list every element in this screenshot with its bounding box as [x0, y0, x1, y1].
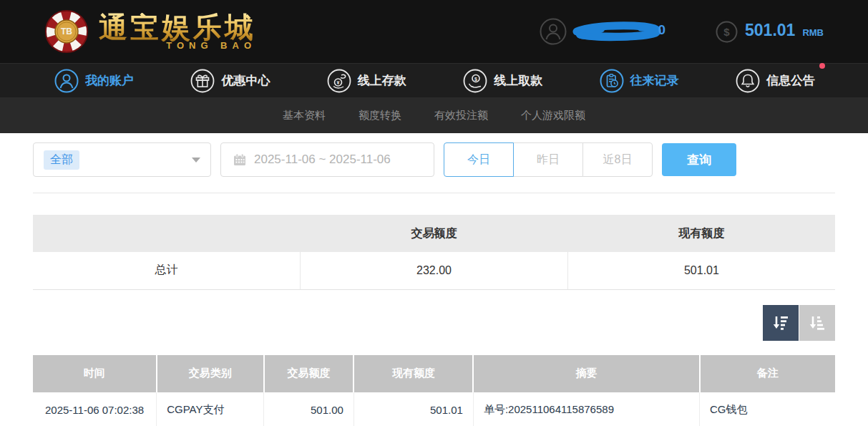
cell-type: CGPAY支付 [157, 392, 264, 426]
balance-display[interactable]: $ 501.01 RMB [716, 21, 824, 43]
balance-currency: RMB [802, 27, 824, 38]
filter-row: 全部 2025-11-06 ~ 2025-11-06 今日 昨日 近 [33, 142, 835, 177]
summary-table: 交易额度 现有额度 总计 232.00 501.01 [33, 215, 835, 290]
gift-icon [190, 69, 215, 93]
transaction-row: 2025-11-06 07:02:38 CGPAY支付 501.00 501.0… [33, 392, 835, 426]
summary-header-transaction-amount: 交易额度 [301, 215, 568, 252]
cell-time: 2025-11-06 07:02:38 [33, 392, 157, 426]
selected-type-value: 全部 [44, 150, 79, 170]
subnav-item-game-limits[interactable]: 个人游戏限额 [521, 109, 585, 122]
main-nav: 我的账户 优惠中心 ¥ 线上存款 [0, 63, 868, 97]
sort-ascending-button[interactable] [799, 305, 835, 341]
content-area: 全部 2025-11-06 ~ 2025-11-06 今日 昨日 近 [0, 133, 868, 426]
top-header: TB 通宝娱乐城 TONG BAO 0 $ [0, 0, 868, 63]
notification-dot [819, 63, 825, 69]
nav-item-withdraw[interactable]: $ 线上取款 [463, 69, 542, 93]
transactions-table: 时间 交易类别 交易额度 现有额度 摘要 备注 2025-11-06 07:02… [33, 355, 835, 426]
summary-current-balance: 501.01 [567, 252, 835, 289]
subnav-item-basic-info[interactable]: 基本资料 [283, 109, 326, 122]
account-username[interactable]: 0 [540, 18, 664, 45]
section-divider [33, 193, 835, 193]
date-range-input[interactable]: 2025-11-06 ~ 2025-11-06 [220, 142, 434, 177]
col-header-time: 时间 [33, 355, 157, 392]
summary-header-empty [33, 215, 301, 252]
summary-total-label: 总计 [33, 252, 301, 289]
user-circle-icon [54, 69, 79, 93]
user-icon [540, 18, 567, 45]
date-range-value: 2025-11-06 ~ 2025-11-06 [254, 153, 391, 167]
query-button[interactable]: 查询 [662, 143, 736, 176]
calendar-icon [233, 153, 247, 167]
site-title: 通宝娱乐城 [99, 13, 256, 42]
col-header-balance: 现有额度 [353, 355, 473, 392]
sort-descending-icon [771, 314, 790, 332]
svg-text:$: $ [723, 26, 730, 38]
yesterday-button[interactable]: 昨日 [513, 142, 583, 177]
cell-balance: 501.01 [353, 392, 473, 426]
username-redaction-scribble: 0 [572, 21, 664, 42]
summary-total-row: 总计 232.00 501.01 [33, 252, 835, 289]
nav-item-announcements[interactable]: 信息公告 [736, 69, 815, 93]
clipboard-clock-icon [600, 69, 624, 93]
col-header-summary: 摘要 [473, 355, 699, 392]
subnav-item-credit-transfer[interactable]: 额度转换 [359, 109, 401, 122]
summary-transaction-amount: 232.00 [301, 252, 568, 289]
nav-item-my-account[interactable]: 我的账户 [54, 69, 134, 93]
subnav-item-valid-bets[interactable]: 有效投注额 [434, 109, 488, 122]
dollar-icon: $ [716, 21, 738, 43]
summary-header-current-balance: 现有额度 [567, 215, 835, 252]
cell-remark: CG钱包 [700, 392, 835, 426]
quick-date-button-group: 今日 昨日 近8日 [444, 142, 653, 177]
today-button[interactable]: 今日 [444, 142, 514, 177]
hand-coin-withdraw-icon: $ [463, 69, 487, 93]
hand-coin-deposit-icon: ¥ [327, 69, 351, 93]
col-header-type: 交易类别 [157, 355, 264, 392]
transaction-type-select[interactable]: 全部 [33, 142, 211, 177]
bell-icon [736, 69, 760, 93]
username-visible-char: 0 [658, 22, 665, 38]
balance-amount: 501.01 [745, 21, 795, 40]
nav-item-records[interactable]: 往来记录 [600, 69, 679, 93]
svg-text:TB: TB [61, 26, 72, 37]
nav-item-deposit[interactable]: ¥ 线上存款 [327, 69, 406, 93]
sub-nav: 基本资料 额度转换 有效投注额 个人游戏限额 [0, 97, 868, 133]
sort-ascending-icon [808, 314, 826, 332]
sort-descending-button[interactable] [763, 305, 799, 341]
chevron-down-icon [192, 158, 200, 163]
svg-text:¥: ¥ [336, 80, 339, 85]
nav-item-promotions[interactable]: 优惠中心 [190, 69, 270, 93]
svg-text:$: $ [474, 76, 477, 82]
col-header-remark: 备注 [700, 355, 835, 392]
sort-controls [33, 305, 835, 341]
last-8-days-button[interactable]: 近8日 [582, 142, 653, 177]
site-logo[interactable]: TB 通宝娱乐城 TONG BAO [44, 9, 256, 54]
site-subtitle: TONG BAO [99, 40, 256, 51]
cell-amount: 501.00 [264, 392, 354, 426]
cell-summary: 单号:202511064115876589 [473, 392, 699, 426]
casino-chip-icon: TB [44, 9, 89, 54]
col-header-amount: 交易额度 [264, 355, 354, 392]
